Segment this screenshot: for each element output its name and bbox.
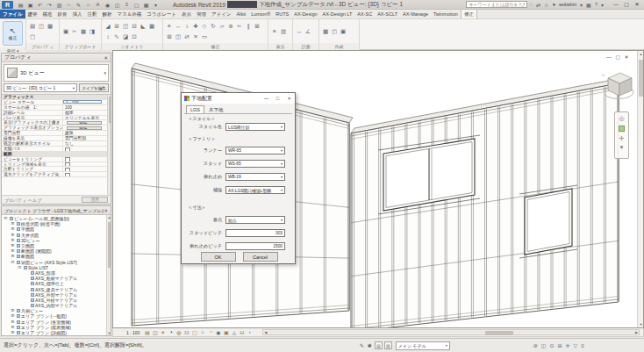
help-caret-icon[interactable]: ▾ bbox=[601, 2, 604, 8]
ribbon-tab[interactable]: 構造 bbox=[40, 10, 55, 18]
vertical-scrollbar[interactable]: ▲ ▼ bbox=[637, 51, 643, 327]
expander-icon[interactable]: ⊞ bbox=[11, 233, 15, 238]
qat-icon[interactable]: ↷ bbox=[46, 2, 54, 8]
view-control-icon[interactable]: ◔ bbox=[206, 329, 214, 335]
ribbon-icon[interactable]: ✕ bbox=[192, 32, 200, 40]
ribbon-icon[interactable]: ≡ bbox=[271, 27, 279, 35]
titlebar-icon[interactable]: ◌ bbox=[529, 2, 533, 8]
ribbon-tab[interactable]: ファイル bbox=[0, 10, 25, 18]
view-control-icon[interactable]: ⊡ bbox=[182, 329, 190, 335]
ribbon-icon[interactable]: ◪ bbox=[122, 32, 130, 40]
ribbon-icon[interactable]: ✂ bbox=[236, 22, 244, 30]
reinforce-select[interactable]: AX.LGS開口補強L型鋼▾ bbox=[225, 186, 285, 194]
ribbon-icon[interactable]: ▢ bbox=[29, 32, 37, 40]
ribbon-icon[interactable]: ↕ bbox=[183, 22, 191, 30]
ribbon-tab[interactable]: AX-Design LT bbox=[320, 10, 355, 18]
ribbon-icon[interactable]: ▱ bbox=[218, 22, 226, 30]
ribbon-tab[interactable]: アドイン bbox=[209, 10, 234, 18]
ribbon-icon[interactable]: ▭ bbox=[201, 32, 209, 40]
ribbon-icon[interactable]: ▦ bbox=[148, 22, 156, 30]
dialog-maximize-icon[interactable]: □ bbox=[272, 94, 283, 104]
selection-toggle-icon[interactable]: ⊞ bbox=[558, 342, 562, 348]
qat-icon[interactable]: ⌂ bbox=[84, 2, 92, 7]
ribbon-tab[interactable]: AX-SC bbox=[354, 10, 375, 18]
view-control-icon[interactable]: ▤ bbox=[143, 329, 151, 335]
nav-more-icon[interactable]: ▾ bbox=[620, 143, 624, 152]
ribbon-icon[interactable]: ⇄ bbox=[183, 32, 191, 40]
stud-pitch-input[interactable]: 303 bbox=[225, 229, 285, 237]
ribbon-tab[interactable]: 表示 bbox=[179, 10, 194, 18]
selection-toggle-icon[interactable]: ✛ bbox=[566, 342, 570, 348]
titlebar-icon[interactable]: ⇄ bbox=[536, 2, 540, 8]
type-selector[interactable]: 3D ビュー ▾ bbox=[4, 64, 109, 82]
ribbon-icon[interactable]: ⊞ bbox=[166, 32, 174, 40]
ribbon-tab[interactable]: 挿入 bbox=[70, 10, 85, 18]
titlebar-icon[interactable]: ☆ bbox=[544, 2, 548, 8]
apply-button[interactable]: 適用 bbox=[82, 197, 108, 203]
view-control-icon[interactable]: ⌂ bbox=[198, 329, 206, 335]
expander-icon[interactable]: ⊞ bbox=[11, 238, 15, 243]
ribbon-icon[interactable]: ▣ bbox=[340, 27, 347, 35]
view-control-icon[interactable]: ◉ bbox=[214, 329, 222, 335]
ribbon-icon[interactable]: ⊞ bbox=[113, 22, 121, 30]
ribbon-icon[interactable]: ◫ bbox=[38, 22, 46, 30]
stud-select[interactable]: WS-65▾ bbox=[225, 160, 285, 168]
viewcube[interactable]: ⌂ bbox=[601, 68, 636, 104]
signed-in-user[interactable]: sekishin bbox=[559, 2, 576, 7]
ribbon-tab[interactable]: AIkit bbox=[233, 10, 248, 18]
dialog-tab[interactable]: 木下地 bbox=[204, 105, 228, 113]
dialog-title-bar[interactable]: 下地配置 — □ × bbox=[182, 93, 295, 104]
expander-icon[interactable]: ⊞ bbox=[11, 243, 15, 248]
ribbon-icon[interactable]: ◨ bbox=[89, 27, 97, 35]
style-name-select[interactable]: LGS間仕切▾ bbox=[225, 123, 285, 131]
expander-icon[interactable]: ⊞ bbox=[11, 330, 15, 335]
scroll-up-icon[interactable]: ▲ bbox=[638, 51, 644, 57]
view-control-icon[interactable]: ☀ bbox=[159, 329, 167, 335]
revit-logo-icon[interactable]: R bbox=[2, 1, 13, 9]
ribbon-tab[interactable]: Lumion® bbox=[248, 10, 273, 18]
ribbon-tab[interactable]: 注釈 bbox=[85, 10, 100, 18]
ribbon-icon[interactable]: ⊠ bbox=[254, 22, 261, 30]
expander-icon[interactable]: ⊞ bbox=[11, 308, 15, 313]
ribbon-icon[interactable]: ∥ bbox=[245, 22, 253, 30]
titlebar-icon[interactable]: ● bbox=[552, 2, 555, 8]
view-control-icon[interactable]: ▣ bbox=[222, 329, 230, 335]
ribbon-icon[interactable]: ↔ bbox=[296, 27, 304, 35]
ribbon-icon[interactable]: ◫ bbox=[122, 22, 130, 30]
selection-toggle-icon[interactable]: ⊙ bbox=[550, 342, 555, 348]
status-toggle[interactable]: ▤ bbox=[375, 341, 383, 349]
expander-icon[interactable]: ⊟ bbox=[18, 265, 22, 270]
qat-icon[interactable]: ≡ bbox=[123, 2, 131, 7]
close-icon[interactable]: ✕ bbox=[104, 55, 108, 61]
ribbon-icon[interactable]: ▦ bbox=[80, 27, 88, 35]
qat-icon[interactable]: ◉ bbox=[104, 2, 111, 8]
ribbon-icon[interactable]: ◫ bbox=[175, 32, 182, 40]
qat-icon[interactable]: ▤ bbox=[17, 2, 25, 8]
expander-icon[interactable]: ⊟ bbox=[11, 260, 15, 265]
qat-icon[interactable]: ✎ bbox=[75, 2, 82, 8]
view-control-icon[interactable]: ⊟ bbox=[238, 329, 246, 335]
ribbon-icon[interactable]: ▩ bbox=[322, 27, 330, 35]
restore-button[interactable]: ▢ bbox=[621, 1, 632, 9]
dialog-minimize-icon[interactable]: — bbox=[261, 94, 272, 104]
view-scale-control[interactable]: 1 : 100 bbox=[126, 330, 140, 335]
qat-icon[interactable]: ▦ bbox=[142, 2, 150, 8]
ribbon-icon[interactable]: ◣ bbox=[140, 22, 147, 30]
view-control-icon[interactable]: ▢ bbox=[190, 329, 198, 335]
scroll-down-icon[interactable]: ▼ bbox=[107, 331, 111, 335]
qat-icon[interactable]: ▥ bbox=[55, 2, 63, 8]
expander-icon[interactable]: ⊞ bbox=[11, 313, 15, 319]
cancel-button[interactable]: Cancel bbox=[243, 252, 278, 262]
selection-toggle-icon[interactable]: ⊘ bbox=[533, 342, 538, 348]
brace-select[interactable]: WB-19▾ bbox=[225, 173, 285, 181]
dialog-tab[interactable]: LGS bbox=[186, 105, 204, 113]
zoom-extents-icon[interactable] bbox=[619, 126, 625, 132]
ribbon-tab[interactable]: 鉄骨 bbox=[55, 10, 70, 18]
expander-icon[interactable]: ⊞ bbox=[11, 248, 15, 254]
ribbon-icon[interactable]: ◫ bbox=[331, 27, 339, 35]
qat-icon[interactable]: ▣ bbox=[26, 2, 34, 8]
view-control-icon[interactable]: ◫ bbox=[151, 329, 159, 335]
navigation-bar[interactable]: ◎ ✛ ▾ bbox=[614, 111, 629, 159]
ribbon-icon[interactable]: ◢ bbox=[104, 22, 112, 30]
ribbon-icon[interactable]: ✚ bbox=[192, 22, 200, 30]
